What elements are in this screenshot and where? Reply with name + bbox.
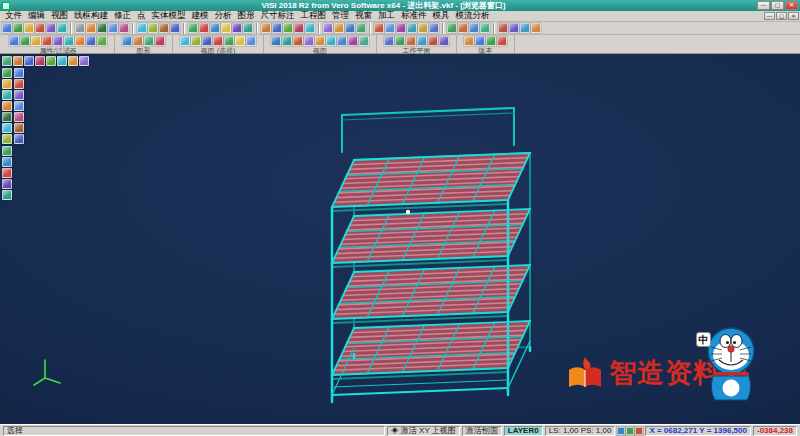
toolbar-icon[interactable] [447, 23, 457, 33]
toolbar-group-icon[interactable] [486, 36, 496, 46]
left-tool-icon[interactable] [14, 90, 24, 100]
toolbar-group-icon[interactable] [326, 36, 336, 46]
menu-item[interactable]: 管理 [329, 10, 352, 22]
toolbar-icon[interactable] [35, 23, 45, 33]
toolbar-icon[interactable] [531, 23, 541, 33]
viewport-tool-icon[interactable] [24, 56, 34, 66]
menu-item[interactable]: 点 [134, 10, 149, 22]
left-tool-icon[interactable] [14, 101, 24, 111]
toolbar-icon[interactable] [97, 23, 107, 33]
toolbar-icon[interactable] [305, 23, 315, 33]
toolbar-icon[interactable] [137, 23, 147, 33]
left-tool-icon[interactable] [2, 168, 12, 178]
toolbar-group-icon[interactable] [293, 36, 303, 46]
toolbar-icon[interactable] [199, 23, 209, 33]
toolbar-group-icon[interactable] [122, 36, 132, 46]
toolbar-icon[interactable] [221, 23, 231, 33]
menu-item[interactable]: 修正 [111, 10, 134, 22]
toolbar-group-icon[interactable] [337, 36, 347, 46]
left-tool-icon[interactable] [2, 157, 12, 167]
left-tool-icon[interactable] [2, 90, 12, 100]
toolbar-icon[interactable] [498, 23, 508, 33]
toolbar-group-icon[interactable] [155, 36, 165, 46]
left-tool-icon[interactable] [14, 79, 24, 89]
menu-item[interactable]: 模流分析 [453, 10, 493, 22]
viewport-tool-icon[interactable] [35, 56, 45, 66]
toolbar-group-icon[interactable] [97, 36, 107, 46]
toolbar-group-icon[interactable] [191, 36, 201, 46]
toolbar-icon[interactable] [396, 23, 406, 33]
toolbar-group-icon[interactable] [464, 36, 474, 46]
toolbar-group-icon[interactable] [315, 36, 325, 46]
toolbar-icon[interactable] [520, 23, 530, 33]
menu-item[interactable]: 加工 [375, 10, 398, 22]
toolbar-group-icon[interactable] [213, 36, 223, 46]
toolbar-icon[interactable] [509, 23, 519, 33]
toolbar-group-icon[interactable] [348, 36, 358, 46]
toolbar-group-icon[interactable] [304, 36, 314, 46]
toolbar-group-icon[interactable] [282, 36, 292, 46]
menu-item[interactable]: 编辑 [25, 10, 48, 22]
toolbar-group-icon[interactable] [180, 36, 190, 46]
toolbar-icon[interactable] [458, 23, 468, 33]
left-tool-icon[interactable] [2, 68, 12, 78]
left-tool-icon[interactable] [2, 190, 12, 200]
left-tool-icon[interactable] [2, 112, 12, 122]
toolbar-group-icon[interactable] [53, 36, 63, 46]
toolbar-group-icon[interactable] [64, 36, 74, 46]
toolbar-group-icon[interactable] [271, 36, 281, 46]
toolbar-icon[interactable] [108, 23, 118, 33]
viewport-3d[interactable]: 智造资料网 中 [0, 54, 800, 424]
toolbar-icon[interactable] [2, 23, 12, 33]
menu-item[interactable]: 标准件 [398, 10, 430, 22]
left-tool-icon[interactable] [2, 79, 12, 89]
toolbar-group-icon[interactable] [406, 36, 416, 46]
toolbar-group-icon[interactable] [439, 36, 449, 46]
toolbar-icon[interactable] [188, 23, 198, 33]
toolbar-icon[interactable] [429, 23, 439, 33]
toolbar-icon[interactable] [148, 23, 158, 33]
toolbar-icon[interactable] [13, 23, 23, 33]
toolbar-icon[interactable] [159, 23, 169, 33]
toolbar-icon[interactable] [469, 23, 479, 33]
menu-item[interactable]: 模具 [430, 10, 453, 22]
viewport-tool-icon[interactable] [57, 56, 67, 66]
toolbar-icon[interactable] [283, 23, 293, 33]
toolbar-group-icon[interactable] [359, 36, 369, 46]
toolbar-group-icon[interactable] [246, 36, 256, 46]
menu-item[interactable]: 文件 [2, 10, 25, 22]
menu-item[interactable]: 尺寸标注 [258, 10, 298, 22]
toolbar-icon[interactable] [345, 23, 355, 33]
left-tool-icon[interactable] [2, 123, 12, 133]
minimize-button[interactable]: — [757, 1, 770, 10]
left-tool-icon[interactable] [14, 123, 24, 133]
toolbar-icon[interactable] [232, 23, 242, 33]
menu-item[interactable]: 工程图 [298, 10, 330, 22]
toolbar-icon[interactable] [374, 23, 384, 33]
toolbar-group-icon[interactable] [497, 36, 507, 46]
viewport-tool-icon[interactable] [79, 56, 89, 66]
viewport-tool-icon[interactable] [46, 56, 56, 66]
toolbar-group-icon[interactable] [395, 36, 405, 46]
left-tool-icon[interactable] [14, 112, 24, 122]
toolbar-group-icon[interactable] [9, 36, 19, 46]
status-active-view[interactable]: ◈ 激活 XY 上视图 [387, 426, 460, 436]
toolbar-icon[interactable] [243, 23, 253, 33]
toolbar-icon[interactable] [323, 23, 333, 33]
toolbar-icon[interactable] [294, 23, 304, 33]
viewport-tool-icon[interactable] [2, 56, 12, 66]
mdi-maximize-button[interactable]: ▢ [776, 12, 787, 20]
left-tool-icon[interactable] [14, 134, 24, 144]
left-tool-icon[interactable] [2, 134, 12, 144]
toolbar-group-icon[interactable] [428, 36, 438, 46]
menu-item[interactable]: 分析 [212, 10, 235, 22]
toolbar-group-icon[interactable] [20, 36, 30, 46]
toolbar-icon[interactable] [356, 23, 366, 33]
left-tool-icon[interactable] [2, 146, 12, 156]
toolbar-group-icon[interactable] [384, 36, 394, 46]
toolbar-icon[interactable] [407, 23, 417, 33]
status-active-section[interactable]: 激活刨面 [462, 426, 502, 436]
viewport-tool-icon[interactable] [68, 56, 78, 66]
toolbar-group-icon[interactable] [144, 36, 154, 46]
toolbar-icon[interactable] [57, 23, 67, 33]
